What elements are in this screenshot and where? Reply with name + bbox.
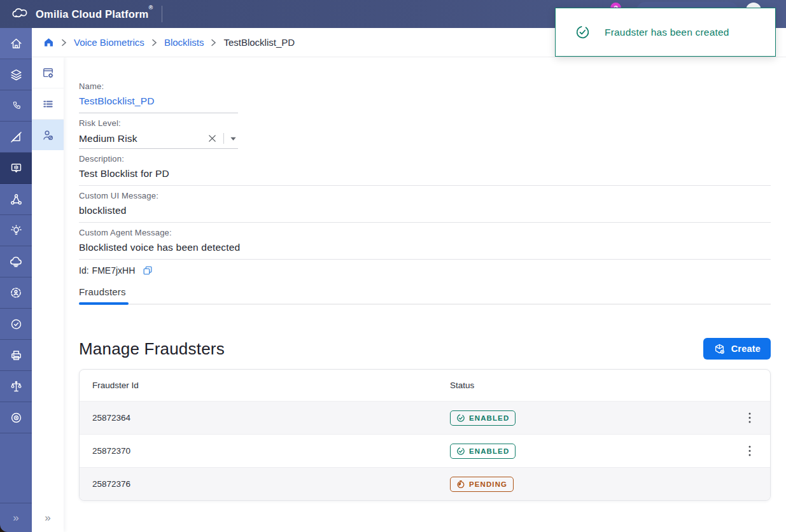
status-badge-label: PENDING	[469, 480, 507, 488]
scales-icon	[10, 380, 23, 393]
field-risk-level: Risk Level: Medium Risk	[79, 118, 771, 149]
cloud-logo-icon	[10, 7, 29, 21]
toast-notification: Fraudster has been created	[555, 8, 776, 57]
risk-level-value: Medium Risk	[79, 133, 206, 144]
status-badge-label: ENABLED	[469, 414, 509, 422]
table-row: 25872376 PENDING	[80, 467, 770, 500]
risk-level-select[interactable]: Medium Risk	[79, 132, 238, 144]
breadcrumb-current: TestBlocklist_PD	[223, 37, 295, 48]
field-underline	[79, 148, 238, 149]
field-custom-ui-message: Custom UI Message: blocklisted	[79, 191, 771, 223]
row-menu-button[interactable]	[741, 409, 759, 427]
status-cell: PENDING	[437, 477, 741, 492]
fraudster-id-cell: 25872376	[80, 479, 437, 489]
sidebar-item-reports[interactable]	[0, 340, 32, 371]
field-underline	[79, 113, 238, 113]
target-icon	[10, 411, 23, 424]
cloud-sync-icon	[9, 255, 23, 269]
check-circle-icon	[456, 414, 465, 423]
sidebar-item-layers[interactable]	[0, 59, 32, 90]
sidebar-item-records[interactable]	[0, 402, 32, 433]
tab-fraudsters[interactable]: Fraudsters	[79, 286, 129, 304]
breadcrumb-link-blocklists[interactable]: Blocklists	[164, 37, 204, 48]
status-badge: ENABLED	[450, 410, 516, 426]
set-square-icon	[10, 130, 23, 144]
brand-logo[interactable]: Omilia Cloud Platform®	[0, 7, 153, 21]
sidebar-item-quality[interactable]	[0, 309, 32, 340]
sidebar-item-home[interactable]	[0, 28, 32, 59]
field-underline	[79, 259, 771, 260]
person-blocked-icon	[41, 129, 55, 142]
description-label: Description:	[79, 154, 771, 164]
check-circle-icon	[456, 447, 465, 456]
custom-agent-message-label: Custom Agent Message:	[79, 228, 771, 237]
sidebar-item-orchestrator[interactable]	[0, 184, 32, 215]
description-value: Test Blocklist for PD	[79, 168, 771, 179]
gear-person-icon	[9, 286, 23, 300]
name-label: Name:	[79, 81, 771, 91]
registered-mark: ®	[148, 4, 153, 11]
row-menu-button[interactable]	[741, 442, 759, 460]
field-underline	[79, 185, 771, 186]
sidebar-item-admin[interactable]	[0, 277, 32, 309]
create-button[interactable]: Create	[703, 338, 771, 360]
printer-icon	[10, 349, 23, 362]
breadcrumb-link-voice-biometrics[interactable]: Voice Biometrics	[74, 37, 144, 48]
secondary-sidebar: »	[32, 57, 64, 532]
network-nodes-icon	[10, 193, 23, 206]
custom-ui-message-value: blocklisted	[79, 205, 771, 216]
app-window: Omilia Cloud Platform® ? Fraudster has b…	[0, 0, 786, 532]
section-header: Manage Fraudsters Create	[79, 338, 771, 360]
field-custom-agent-message: Custom Agent Message: Blocklisted voice …	[79, 228, 771, 260]
clear-x-icon[interactable]	[206, 132, 218, 144]
sidebar-item-calls[interactable]	[0, 90, 32, 122]
subnav-spacer	[32, 150, 64, 503]
fraudster-id-cell: 25872370	[80, 446, 437, 456]
home-icon	[10, 37, 23, 50]
sidebar-item-design[interactable]	[0, 122, 32, 153]
header-divider	[162, 6, 162, 22]
column-header-status: Status	[437, 381, 741, 390]
window-gear-icon	[41, 66, 55, 80]
home-icon[interactable]	[43, 37, 54, 48]
custom-agent-message-value: Blocklisted voice has been detected	[79, 242, 771, 253]
fraudsters-table: Fraudster Id Status 25872364 ENABLED	[79, 369, 771, 501]
table-row: 25872370 ENABLED	[80, 434, 770, 467]
status-badge: ENABLED	[450, 444, 516, 459]
sidebar-item-cloud-services[interactable]	[0, 246, 32, 277]
sidebar-item-insights[interactable]	[0, 215, 32, 246]
copy-icon[interactable]	[142, 265, 153, 276]
id-row: Id: FME7jxHH	[79, 265, 771, 276]
page-title: Manage Fraudsters	[79, 339, 225, 359]
status-cell: ENABLED	[437, 444, 741, 459]
caret-down-icon[interactable]	[228, 135, 238, 143]
lightbulb-icon	[10, 224, 23, 237]
name-value-link[interactable]: TestBlocklist_PD	[79, 95, 771, 107]
select-divider	[223, 133, 224, 144]
pending-clock-icon	[456, 480, 465, 489]
custom-ui-message-label: Custom UI Message:	[79, 191, 771, 200]
check-circle-icon	[575, 25, 590, 39]
sidebar-item-compliance[interactable]	[0, 371, 32, 402]
subnav-item-configuration[interactable]	[32, 57, 64, 88]
create-button-label: Create	[731, 344, 761, 354]
primary-sidebar-collapse-button[interactable]: »	[0, 503, 32, 532]
toast-message: Fraudster has been created	[605, 27, 729, 38]
main-content: Name: TestBlocklist_PD Risk Level: Mediu…	[64, 57, 786, 532]
field-underline	[79, 222, 771, 223]
subnav-item-fraudsters[interactable]	[32, 120, 64, 150]
subnav-item-lists[interactable]	[32, 88, 64, 120]
status-badge-label: ENABLED	[469, 447, 509, 455]
app-title: Omilia Cloud Platform®	[36, 8, 153, 20]
voice-chat-icon	[10, 162, 23, 175]
id-label: Id:	[79, 265, 89, 276]
secondary-sidebar-collapse-button[interactable]: »	[32, 503, 64, 532]
sidebar-item-voice-biometrics[interactable]	[0, 153, 32, 184]
rosette-check-icon	[10, 318, 23, 331]
field-name: Name: TestBlocklist_PD	[79, 81, 771, 113]
cube-add-icon	[713, 343, 726, 355]
sidebar-spacer	[0, 433, 32, 503]
fraudster-id-cell: 25872364	[80, 413, 437, 423]
table-row: 25872364 ENABLED	[80, 402, 770, 434]
tab-bar: Fraudsters	[79, 286, 771, 305]
